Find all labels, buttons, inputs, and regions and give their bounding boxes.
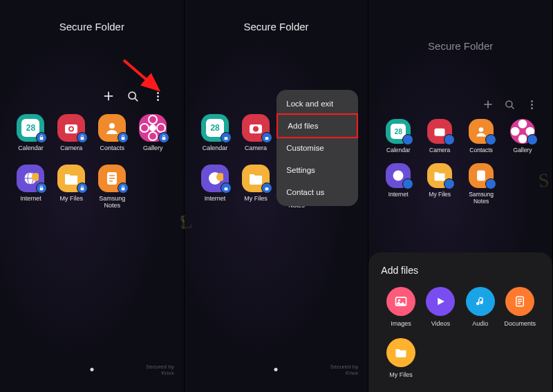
sheet-label: Documents (504, 320, 536, 327)
app-internet[interactable]: Internet (12, 165, 49, 209)
svg-point-19 (141, 124, 148, 131)
sheet-label: Images (391, 320, 411, 327)
app-label: Camera (245, 145, 267, 152)
menu-lock-exit[interactable]: Lock and exit (276, 93, 358, 115)
app-gallery[interactable]: Gallery (504, 119, 541, 153)
app-internet[interactable]: Internet (379, 163, 417, 205)
myfiles-icon (57, 165, 85, 192)
secure-badge-icon (118, 183, 129, 194)
page-indicator (274, 368, 278, 371)
app-camera[interactable]: Camera (421, 119, 458, 153)
svg-point-8 (70, 127, 73, 130)
page-title: Secure Folder (185, 0, 368, 32)
panel-home: Secure Folder 28 Calendar (0, 0, 185, 392)
app-label: Internet (20, 196, 41, 203)
secured-by-label: Secured by Knox (330, 364, 358, 377)
secure-badge-icon (36, 132, 47, 143)
sheet-myfiles[interactable]: My Files (381, 338, 420, 378)
page-indicator (90, 368, 93, 371)
panel-add-files-sheet: Secure Folder 28Calendar Camera Contacts… (368, 0, 553, 392)
app-gallery[interactable]: Gallery (135, 114, 171, 152)
menu-settings[interactable]: Settings (276, 159, 358, 181)
search-button[interactable] (504, 98, 516, 111)
svg-rect-37 (265, 137, 269, 140)
sheet-images[interactable]: Images (381, 287, 420, 327)
app-myfiles[interactable]: My Files (421, 163, 458, 205)
svg-rect-21 (162, 137, 166, 140)
svg-rect-28 (81, 187, 84, 190)
app-calendar[interactable]: 28 Calendar (197, 114, 234, 152)
app-contacts[interactable]: Contacts (94, 114, 131, 152)
calendar-icon: 28 (17, 114, 44, 142)
more-button[interactable] (152, 90, 165, 102)
page-title: Secure Folder (368, 0, 552, 52)
svg-rect-33 (122, 187, 125, 190)
document-icon (505, 287, 534, 316)
add-button[interactable] (102, 90, 115, 102)
app-internet[interactable]: Internet (197, 165, 234, 209)
app-camera[interactable]: Camera (238, 114, 274, 152)
more-button[interactable] (526, 98, 538, 111)
sheet-videos[interactable]: Videos (421, 287, 460, 327)
music-note-icon (466, 287, 495, 316)
toolbar (482, 98, 538, 111)
svg-point-59 (398, 299, 400, 301)
app-label: Calendar (203, 145, 228, 152)
svg-line-0 (124, 60, 158, 90)
svg-point-52 (518, 120, 527, 129)
menu-contact-us[interactable]: Contact us (276, 181, 358, 203)
calendar-day: 28 (26, 123, 35, 133)
app-grid: 28Calendar Camera Contacts Gallery Inter… (368, 119, 552, 205)
secure-badge-icon (77, 183, 88, 194)
add-files-sheet: Add files Images Videos Audio Documents … (368, 252, 552, 392)
play-icon (426, 287, 455, 316)
sheet-label: Audio (472, 320, 488, 327)
page-title: Secure Folder (0, 0, 184, 32)
app-calendar[interactable]: 28Calendar (379, 119, 417, 153)
sheet-audio[interactable]: Audio (460, 287, 500, 327)
svg-rect-34 (225, 137, 228, 140)
svg-point-20 (149, 124, 156, 131)
menu-customise[interactable]: Customise (276, 137, 358, 159)
app-notes[interactable]: Samsung Notes (462, 163, 500, 205)
svg-line-4 (135, 98, 138, 101)
app-myfiles[interactable]: My Files (238, 165, 274, 209)
app-contacts[interactable]: Contacts (462, 119, 500, 153)
svg-rect-43 (265, 187, 269, 190)
app-label: Camera (60, 145, 82, 152)
image-icon (386, 287, 415, 316)
sheet-documents[interactable]: Documents (500, 287, 540, 327)
svg-rect-5 (40, 137, 44, 140)
secured-by-label: Secured by Knox (146, 364, 174, 377)
sheet-label: My Files (389, 371, 413, 378)
app-notes[interactable]: Samsung Notes (94, 165, 131, 209)
secure-badge-icon (77, 132, 88, 143)
svg-point-16 (149, 116, 156, 123)
app-camera[interactable]: Camera (53, 114, 90, 152)
svg-rect-9 (81, 137, 84, 140)
app-label: My Files (60, 196, 84, 203)
panel-menu-open: Secure Folder 28 Calendar Camera Contact… (185, 0, 369, 392)
svg-point-17 (158, 124, 165, 131)
app-myfiles[interactable]: My Files (53, 165, 90, 209)
camera-icon (242, 114, 270, 142)
app-calendar[interactable]: 28 Calendar (12, 114, 49, 152)
calendar-icon: 28 (201, 114, 229, 142)
add-button[interactable] (482, 98, 494, 111)
app-label: Samsung Notes (99, 196, 125, 209)
myfiles-icon (242, 165, 270, 192)
app-label: My Files (244, 196, 268, 203)
gallery-icon (139, 114, 167, 142)
svg-point-55 (511, 127, 520, 136)
svg-rect-42 (225, 187, 228, 190)
svg-point-3 (129, 92, 135, 99)
search-button[interactable] (127, 90, 140, 102)
secure-badge-icon (158, 132, 169, 143)
camera-icon (57, 114, 85, 142)
svg-rect-27 (40, 187, 44, 190)
svg-point-56 (393, 171, 404, 181)
svg-point-18 (149, 133, 156, 140)
app-label: Internet (205, 196, 226, 203)
menu-add-files[interactable]: Add files (276, 113, 358, 138)
svg-rect-57 (477, 171, 485, 181)
